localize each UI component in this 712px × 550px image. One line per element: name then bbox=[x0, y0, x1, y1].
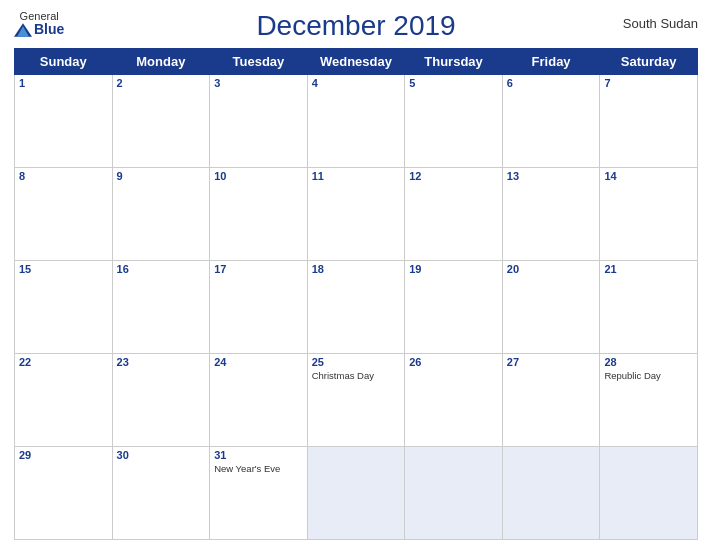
day-number: 15 bbox=[19, 263, 108, 275]
day-number: 10 bbox=[214, 170, 303, 182]
calendar-cell: 9 bbox=[112, 168, 210, 261]
day-number: 25 bbox=[312, 356, 401, 368]
calendar-cell bbox=[600, 447, 698, 540]
logo-icon bbox=[14, 23, 32, 37]
day-number: 5 bbox=[409, 77, 498, 89]
calendar-cell bbox=[307, 447, 405, 540]
calendar-cell: 16 bbox=[112, 261, 210, 354]
weekday-header-row: Sunday Monday Tuesday Wednesday Thursday… bbox=[15, 49, 698, 75]
calendar-cell bbox=[405, 447, 503, 540]
day-number: 7 bbox=[604, 77, 693, 89]
day-number: 28 bbox=[604, 356, 693, 368]
day-number: 3 bbox=[214, 77, 303, 89]
calendar-cell: 3 bbox=[210, 75, 308, 168]
calendar-cell: 8 bbox=[15, 168, 113, 261]
calendar-cell: 21 bbox=[600, 261, 698, 354]
day-number: 31 bbox=[214, 449, 303, 461]
day-number: 20 bbox=[507, 263, 596, 275]
calendar-cell: 12 bbox=[405, 168, 503, 261]
calendar-cell: 15 bbox=[15, 261, 113, 354]
day-number: 13 bbox=[507, 170, 596, 182]
calendar-week-row: 891011121314 bbox=[15, 168, 698, 261]
day-number: 23 bbox=[117, 356, 206, 368]
calendar-cell: 22 bbox=[15, 354, 113, 447]
calendar-header: General Blue December 2019 South Sudan bbox=[14, 10, 698, 42]
calendar-week-row: 15161718192021 bbox=[15, 261, 698, 354]
calendar-week-row: 22232425Christmas Day262728Republic Day bbox=[15, 354, 698, 447]
day-number: 16 bbox=[117, 263, 206, 275]
day-number: 8 bbox=[19, 170, 108, 182]
calendar-cell: 27 bbox=[502, 354, 600, 447]
calendar-cell: 14 bbox=[600, 168, 698, 261]
day-number: 21 bbox=[604, 263, 693, 275]
holiday-name: New Year's Eve bbox=[214, 463, 303, 474]
day-number: 1 bbox=[19, 77, 108, 89]
logo-blue: Blue bbox=[14, 22, 64, 37]
title-month-year: December 2019 bbox=[256, 10, 455, 42]
calendar-cell: 25Christmas Day bbox=[307, 354, 405, 447]
day-number: 29 bbox=[19, 449, 108, 461]
day-number: 9 bbox=[117, 170, 206, 182]
calendar-cell: 10 bbox=[210, 168, 308, 261]
calendar-cell: 20 bbox=[502, 261, 600, 354]
day-number: 11 bbox=[312, 170, 401, 182]
calendar-cell bbox=[502, 447, 600, 540]
calendar-wrapper: General Blue December 2019 South Sudan S… bbox=[0, 0, 712, 550]
title-block: December 2019 bbox=[256, 10, 455, 42]
header-saturday: Saturday bbox=[600, 49, 698, 75]
calendar-week-row: 1234567 bbox=[15, 75, 698, 168]
calendar-cell: 30 bbox=[112, 447, 210, 540]
calendar-cell: 31New Year's Eve bbox=[210, 447, 308, 540]
header-tuesday: Tuesday bbox=[210, 49, 308, 75]
calendar-cell: 4 bbox=[307, 75, 405, 168]
holiday-name: Republic Day bbox=[604, 370, 693, 381]
header-sunday: Sunday bbox=[15, 49, 113, 75]
logo-blue-text: Blue bbox=[34, 22, 64, 37]
calendar-cell: 29 bbox=[15, 447, 113, 540]
calendar-cell: 6 bbox=[502, 75, 600, 168]
country-label: South Sudan bbox=[623, 16, 698, 31]
holiday-name: Christmas Day bbox=[312, 370, 401, 381]
day-number: 27 bbox=[507, 356, 596, 368]
calendar-week-row: 293031New Year's Eve bbox=[15, 447, 698, 540]
calendar-cell: 17 bbox=[210, 261, 308, 354]
day-number: 26 bbox=[409, 356, 498, 368]
calendar-cell: 2 bbox=[112, 75, 210, 168]
day-number: 22 bbox=[19, 356, 108, 368]
calendar-cell: 28Republic Day bbox=[600, 354, 698, 447]
day-number: 17 bbox=[214, 263, 303, 275]
calendar-cell: 1 bbox=[15, 75, 113, 168]
calendar-cell: 26 bbox=[405, 354, 503, 447]
logo: General Blue bbox=[14, 10, 64, 37]
header-friday: Friday bbox=[502, 49, 600, 75]
calendar-table: Sunday Monday Tuesday Wednesday Thursday… bbox=[14, 48, 698, 540]
calendar-cell: 19 bbox=[405, 261, 503, 354]
day-number: 4 bbox=[312, 77, 401, 89]
header-monday: Monday bbox=[112, 49, 210, 75]
day-number: 24 bbox=[214, 356, 303, 368]
calendar-cell: 23 bbox=[112, 354, 210, 447]
calendar-cell: 24 bbox=[210, 354, 308, 447]
calendar-cell: 7 bbox=[600, 75, 698, 168]
day-number: 30 bbox=[117, 449, 206, 461]
calendar-cell: 13 bbox=[502, 168, 600, 261]
header-thursday: Thursday bbox=[405, 49, 503, 75]
day-number: 12 bbox=[409, 170, 498, 182]
day-number: 19 bbox=[409, 263, 498, 275]
day-number: 14 bbox=[604, 170, 693, 182]
calendar-cell: 5 bbox=[405, 75, 503, 168]
day-number: 2 bbox=[117, 77, 206, 89]
calendar-cell: 11 bbox=[307, 168, 405, 261]
day-number: 6 bbox=[507, 77, 596, 89]
calendar-cell: 18 bbox=[307, 261, 405, 354]
header-wednesday: Wednesday bbox=[307, 49, 405, 75]
day-number: 18 bbox=[312, 263, 401, 275]
